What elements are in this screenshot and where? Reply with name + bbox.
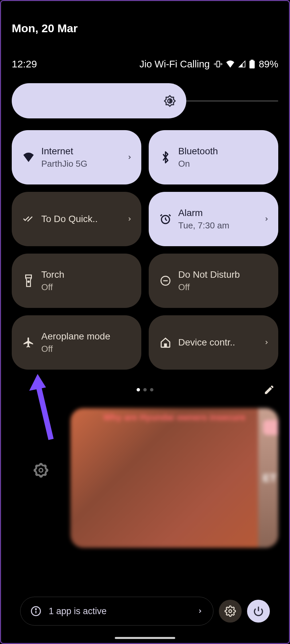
tile-subtitle: Off xyxy=(178,282,270,292)
bluetooth-tile[interactable]: Bluetooth On xyxy=(149,130,278,184)
svg-line-22 xyxy=(38,382,51,439)
apps-active-button[interactable]: 1 app is active xyxy=(20,597,213,626)
annotation-arrow xyxy=(26,372,59,443)
check-icon xyxy=(22,215,35,223)
power-icon xyxy=(253,606,264,616)
todo-tile[interactable]: To Do Quick.. xyxy=(12,192,141,246)
pencil-icon xyxy=(263,384,275,395)
tile-subtitle: ParthJio 5G xyxy=(41,159,120,169)
date-label: Mon, 20 Mar xyxy=(12,22,278,35)
svg-point-19 xyxy=(39,469,43,472)
bluetooth-icon xyxy=(159,151,172,164)
media-headline: Why are Hyundai owners insecure xyxy=(103,412,245,423)
svg-line-13 xyxy=(169,215,171,216)
tile-title: Aeroplane mode xyxy=(41,331,133,342)
media-side-text: ET xyxy=(263,472,277,484)
brightness-track[interactable] xyxy=(186,100,278,102)
signal-icon xyxy=(238,60,246,68)
chevron-right-icon xyxy=(263,339,270,345)
brightness-icon xyxy=(163,95,176,107)
chevron-right-icon xyxy=(127,154,133,160)
quick-settings-tiles: Internet ParthJio 5G Bluetooth On To Do … xyxy=(12,130,278,370)
device-controls-tile[interactable]: Device contr.. xyxy=(149,315,278,370)
nav-handle[interactable] xyxy=(115,637,175,639)
svg-point-20 xyxy=(36,465,47,476)
app-badge xyxy=(263,420,278,435)
wifi-icon xyxy=(226,60,235,68)
svg-point-15 xyxy=(28,281,29,282)
edit-button[interactable] xyxy=(263,384,275,395)
info-icon xyxy=(31,606,41,616)
apps-active-label: 1 app is active xyxy=(49,606,190,616)
tile-subtitle: Tue, 7:30 am xyxy=(178,220,257,231)
tile-subtitle: Off xyxy=(41,344,133,354)
page-dots xyxy=(137,388,153,391)
gear-icon xyxy=(225,605,236,617)
gear-icon xyxy=(34,463,48,478)
internet-tile[interactable]: Internet ParthJio 5G xyxy=(12,130,141,184)
wifi-icon xyxy=(22,153,35,162)
svg-rect-0 xyxy=(217,61,220,67)
flashlight-icon xyxy=(22,274,35,287)
battery-percent: 89% xyxy=(259,59,278,70)
home-icon xyxy=(159,337,172,348)
brightness-slider[interactable] xyxy=(12,83,186,118)
settings-button[interactable] xyxy=(219,600,242,623)
chevron-right-icon xyxy=(263,216,270,222)
dnd-icon xyxy=(159,275,172,286)
svg-rect-6 xyxy=(251,60,253,61)
svg-line-12 xyxy=(160,215,162,216)
tile-title: Internet xyxy=(41,146,120,157)
tile-subtitle: On xyxy=(178,159,270,169)
clock: 12:29 xyxy=(12,58,37,70)
svg-rect-18 xyxy=(164,343,167,347)
tile-title: Torch xyxy=(41,269,133,280)
svg-rect-14 xyxy=(26,275,31,278)
svg-rect-5 xyxy=(249,61,255,68)
svg-point-27 xyxy=(229,610,232,613)
tile-title: Device contr.. xyxy=(178,337,257,348)
tile-title: To Do Quick.. xyxy=(41,214,120,224)
tile-title: Alarm xyxy=(178,208,257,218)
carrier-label: Jio Wi-Fi Calling xyxy=(139,59,209,70)
media-notification[interactable]: Why are Hyundai owners insecure ET xyxy=(70,408,278,548)
tile-title: Bluetooth xyxy=(178,146,270,157)
tile-title: Do Not Disturb xyxy=(178,269,270,280)
status-bar: 12:29 Jio Wi-Fi Calling 89% xyxy=(12,58,278,70)
svg-point-26 xyxy=(36,609,37,610)
power-button[interactable] xyxy=(247,600,270,623)
battery-icon xyxy=(249,60,255,68)
alarm-icon xyxy=(159,213,172,225)
tile-subtitle: Off xyxy=(41,282,133,292)
torch-tile[interactable]: Torch Off xyxy=(12,254,141,308)
airplane-tile[interactable]: Aeroplane mode Off xyxy=(12,315,141,370)
vibrate-icon xyxy=(214,60,223,68)
chevron-right-icon xyxy=(127,216,133,222)
svg-line-11 xyxy=(165,220,167,221)
alarm-tile[interactable]: Alarm Tue, 7:30 am xyxy=(149,192,278,246)
chevron-right-icon xyxy=(197,608,203,614)
notification-settings-button[interactable] xyxy=(34,463,48,478)
airplane-icon xyxy=(22,336,35,348)
dnd-tile[interactable]: Do Not Disturb Off xyxy=(149,254,278,308)
svg-marker-23 xyxy=(29,374,46,391)
